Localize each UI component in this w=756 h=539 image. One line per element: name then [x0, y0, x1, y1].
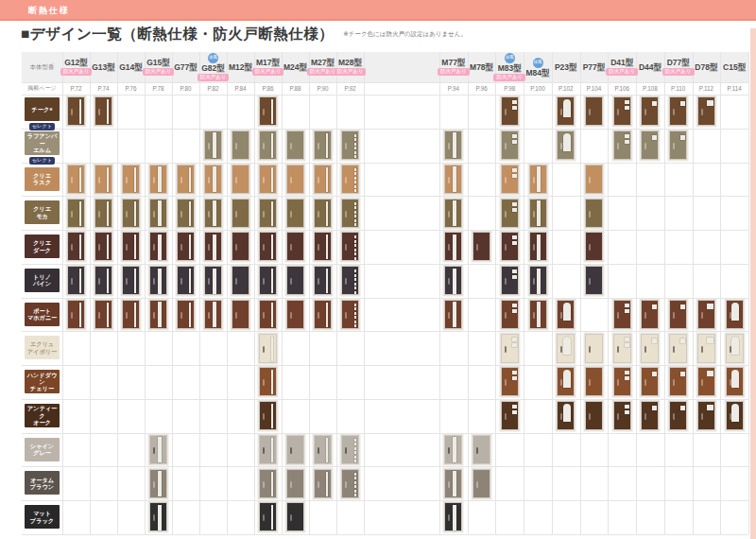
design-matrix-table: 本体型番 掲載ページ G12型防火戸ありP.72G13型P.74G14型P.76… [22, 52, 748, 535]
door-handle [318, 481, 319, 488]
door-thumbnail-D77 [669, 300, 687, 329]
door-glass-slit [107, 303, 109, 327]
door-thumbnail-M17 [259, 266, 277, 295]
door-handle [701, 379, 703, 386]
door-glass-dot [354, 270, 357, 272]
page-cell-C15: P.114 [720, 82, 748, 95]
door-thumbnail-M28 [341, 232, 359, 261]
grid-line [22, 95, 748, 96]
door-thumbnail-M84 [529, 199, 547, 228]
door-window [625, 371, 629, 374]
door-glass-slit [79, 201, 81, 226]
door-handle [644, 346, 646, 353]
door-thumbnail-M77 [444, 266, 462, 295]
door-glass-slit [271, 337, 273, 361]
door-thumbnail-D41 [613, 300, 631, 329]
model-label: G12型 [64, 59, 88, 67]
model-column-header-M28: M28型防火戸あり [336, 52, 364, 82]
door-handle [644, 312, 646, 319]
door-handle [153, 211, 155, 217]
door-glass-stripe [537, 200, 541, 226]
model-label: M84型 [526, 69, 550, 78]
door-thumbnail-M27 [314, 435, 332, 464]
door-thumbnail-M84 [529, 165, 547, 194]
door-thumbnail-G82 [204, 300, 222, 329]
door-handle [153, 278, 155, 285]
door-thumbnail-M17 [259, 367, 277, 396]
door-window-grid [707, 304, 713, 309]
door-thumbnail-G15 [149, 232, 167, 261]
door-handle [235, 177, 237, 183]
door-glass-stripe [453, 166, 456, 192]
door-handle [263, 312, 265, 319]
page-cell-G13: P.74 [90, 82, 117, 95]
door-glass-slit [326, 303, 328, 327]
door-glass-stripe [158, 505, 162, 530]
model-label: M12型 [229, 63, 252, 72]
door-thumbnail-M78 [472, 435, 490, 464]
door-glass-dot [354, 252, 357, 255]
door-glass-dot [354, 312, 357, 315]
door-thumbnail-G77 [177, 266, 195, 295]
door-glass-slit [79, 303, 81, 327]
model-label: G14型 [119, 63, 143, 72]
door-glass-dot [354, 307, 357, 310]
door-glass-dot [354, 215, 357, 217]
door-handle [98, 211, 100, 217]
door-window [512, 100, 517, 104]
door-handle [290, 244, 292, 251]
page-cell-M17: P.86 [254, 82, 282, 95]
door-handle [153, 481, 155, 488]
door-handle [448, 278, 450, 285]
door-glass-stripe [537, 166, 541, 192]
door-handle [345, 481, 347, 488]
door-glass-panel [563, 337, 571, 355]
door-glass-slit [271, 133, 273, 158]
door-thumbnail-M83 [501, 232, 519, 261]
door-handle [560, 143, 562, 149]
door-handle [290, 143, 292, 149]
door-thumbnail-P77 [585, 96, 603, 126]
door-handle [126, 177, 128, 183]
model-column-header-D77: D77型防火戸あり [664, 52, 693, 82]
door-thumbnail-P77 [585, 334, 603, 363]
door-thumbnail-D41 [613, 334, 631, 363]
door-handle [153, 312, 155, 319]
color-swatch: マット ブラック [25, 505, 60, 529]
door-handle [98, 278, 100, 285]
door-window [625, 405, 629, 409]
door-glass-stripe [213, 269, 216, 294]
door-thumbnail-G13 [94, 199, 112, 228]
door-glass-slit [107, 235, 109, 259]
door-glass-stripe [537, 302, 541, 327]
model-label: G77型 [174, 63, 198, 72]
door-glass-dot [354, 168, 357, 171]
door-window-grid [707, 100, 713, 106]
door-thumbnail-P23 [557, 401, 575, 430]
door-window [512, 270, 517, 273]
door-glass-dot [354, 321, 357, 323]
door-thumbnail-G13 [94, 300, 112, 329]
grid-line [468, 52, 469, 534]
door-thumbnail-P23 [557, 367, 575, 396]
door-glass-stripe [213, 132, 216, 158]
page-cell-D78: P.112 [693, 82, 721, 95]
door-handle [345, 447, 347, 454]
door-thumbnail-M24 [286, 502, 304, 531]
door-thumbnail-P77 [585, 199, 603, 228]
door-window [625, 106, 629, 110]
door-window [512, 343, 517, 347]
door-handle [476, 244, 478, 251]
door-thumbnail-P23 [557, 130, 575, 160]
page-cell-M27: P.90 [309, 82, 336, 95]
door-glass-dot [354, 283, 357, 286]
door-handle [263, 379, 265, 386]
door-glass-dot [354, 155, 357, 158]
door-thumbnail-M27 [314, 232, 332, 261]
door-glass-dot [354, 181, 357, 183]
model-label: M77型 [441, 59, 465, 67]
door-handle [71, 312, 73, 319]
page-cell-M12: P.84 [227, 82, 254, 95]
door-thumbnail-C15 [726, 367, 744, 396]
door-handle [617, 109, 619, 115]
